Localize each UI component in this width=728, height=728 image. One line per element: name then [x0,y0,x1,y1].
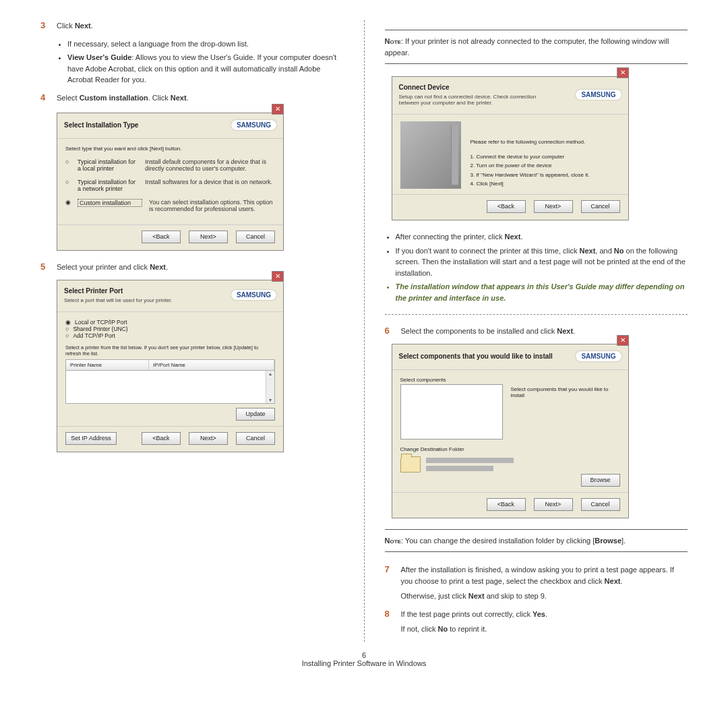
radio-icon[interactable]: ○ [65,179,73,185]
close-icon[interactable]: ✕ [272,271,284,282]
step-text: If the test page prints out correctly, c… [401,609,688,635]
radio-label: Local or TCP/IP Port [75,319,127,326]
step-7: 7 After the installation is finished, a … [385,564,688,602]
text: Select your printer and click [57,263,150,271]
text: . [166,263,168,271]
line: 3. If "New Hardware Wizard" is appeared,… [471,171,620,180]
text: Otherwise, just click [401,592,468,600]
device-illustration [400,121,461,189]
bold: No [614,247,624,255]
step-number: 8 [385,609,401,635]
right-column: Note: If your printer is not already con… [385,20,688,642]
step-number: 5 [40,262,57,273]
divider [385,314,688,315]
text: ]. [621,537,626,545]
text: If you don't want to connect the printer… [396,247,580,255]
back-button[interactable]: <Back [142,432,181,445]
printer-list[interactable] [65,371,275,404]
page-footer: 6 Installing Printer Software in Windows [0,651,728,667]
step-text: Click Next. [57,20,344,32]
radio-icon[interactable]: ○ [65,326,69,332]
set-ip-button[interactable]: Set IP Address [65,432,117,445]
radio-label: Shared Printer (UNC) [73,326,127,332]
text: Select the components to be installed an… [401,327,557,335]
close-icon[interactable]: ✕ [617,335,629,346]
text: . [520,233,522,241]
scrollbar[interactable] [266,371,274,403]
page: 3 Click Next. If necessary, select a lan… [0,0,728,648]
note-box: Note: If your printer is not already con… [385,30,688,64]
next-button[interactable]: Next> [189,231,228,243]
next-button[interactable]: Next> [189,432,228,445]
radio-icon[interactable]: ◉ [65,319,71,326]
close-icon[interactable]: ✕ [617,67,629,78]
option-label: Typical installation for a local printer [78,158,138,172]
back-button[interactable]: <Back [142,231,181,243]
brand-logo: SAMSUNG [576,351,621,361]
dialog-install-type: ✕ Select Installation Type SAMSUNG Selec… [57,113,284,251]
bullet: After connecting the printer, click Next… [396,231,688,243]
cancel-button[interactable]: Cancel [581,200,620,213]
line: 4. Click [Next] [471,179,620,189]
after-connect-bullets: After connecting the printer, click Next… [385,231,688,303]
hint-text: Select a printer from the list below. If… [65,344,275,357]
bullet: View User's Guide: Allows you to view th… [67,52,344,86]
radio-icon[interactable]: ◉ [65,199,73,206]
step-text: Select the components to be installed an… [401,326,688,337]
close-icon[interactable]: ✕ [272,104,284,115]
note-text: : If your printer is not already connect… [385,37,669,57]
dialog-intro: Select type that you want and click [Nex… [65,146,275,152]
text: After connecting the printer, click [396,233,505,241]
dialog-printer-port: ✕ Select Printer Port Select a port that… [57,280,284,452]
radio-icon[interactable]: ○ [65,332,69,339]
component-list[interactable] [400,384,503,439]
dialog-components: ✕ Select components that you would like … [392,344,629,518]
bold: Custom installation [80,94,148,102]
dialog-subtitle: Setup can not find a connected device. C… [399,94,554,106]
back-button[interactable]: <Back [487,498,526,511]
note-box: Note: You can change the desired install… [385,529,688,553]
text: : You can change the desired installatio… [401,537,595,545]
text: If not, click [401,625,438,633]
brand-logo: SAMSUNG [231,120,276,130]
cancel-button[interactable]: Cancel [236,231,275,243]
bold: Browse [595,537,621,545]
dialog-title: Connect Device [399,84,554,91]
text: to reprint it. [448,625,487,633]
back-button[interactable]: <Back [487,200,526,213]
text: . [573,327,575,335]
brand-logo: SAMSUNG [231,290,276,300]
step-3: 3 Click Next. [40,20,344,32]
dialog-title: Select components that you would like to… [399,353,553,360]
next-button[interactable]: Next> [534,498,573,511]
intro: Please refer to the following connection… [471,138,620,147]
dialog-subtitle: Select a port that will be used for your… [64,297,173,303]
option-label: Typical installation for a network print… [78,179,138,192]
line: 2. Turn on the power of the device [471,161,620,171]
col-header[interactable]: Printer Name [66,360,149,370]
update-button[interactable]: Update [236,408,275,421]
col-header[interactable]: IP/Port Name [149,360,274,370]
option-label: Custom installation [78,199,142,207]
list-header: Printer Name IP/Port Name [65,359,275,371]
step-text: Select Custom installation. Click Next. [57,92,344,104]
bold: Next [171,94,187,102]
dialog-title: Select Printer Port [64,287,173,295]
cancel-button[interactable]: Cancel [236,432,275,445]
step-8: 8 If the test page prints out correctly,… [385,609,688,635]
option-desc: You can select installation options. Thi… [149,199,275,212]
next-button[interactable]: Next> [534,200,573,213]
note-label: Note [385,537,401,545]
text: . [91,22,93,30]
label: Change Destination Folder [400,446,620,452]
text: . Click [148,94,171,102]
placeholder-bar [426,466,493,471]
bold: Next [150,263,166,271]
radio-icon[interactable]: ○ [65,158,73,165]
browse-button[interactable]: Browse [581,474,620,487]
bold: Yes [533,610,545,618]
cancel-button[interactable]: Cancel [581,498,620,511]
step-number: 6 [385,326,401,337]
text: If the test page prints out correctly, c… [401,610,533,618]
text: After the installation is finished, a wi… [401,566,674,585]
